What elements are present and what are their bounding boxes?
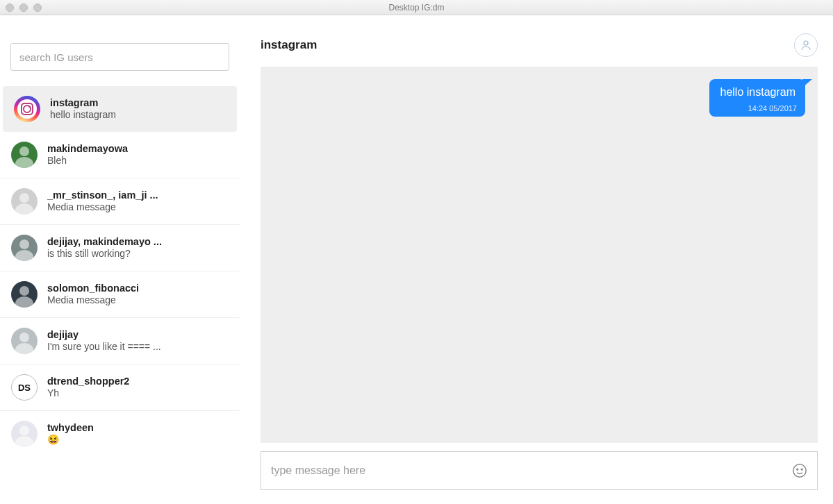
conversation-item[interactable]: dejijayI'm sure you like it ==== ... — [0, 317, 240, 364]
profile-button[interactable] — [794, 33, 818, 57]
svg-point-14 — [797, 469, 798, 470]
conversation-item[interactable]: DSdtrend_shopper2Yh — [0, 364, 240, 410]
svg-point-9 — [15, 343, 33, 354]
conversation-preview: I'm sure you like it ==== ... — [47, 341, 161, 353]
message-row: hello instagram14:24 05/2017 — [273, 79, 805, 117]
avatar — [11, 281, 38, 308]
svg-point-13 — [793, 464, 806, 477]
conversation-item[interactable]: dejijay, makindemayo ...is this still wo… — [0, 224, 240, 271]
conversation-name: twhydeen — [47, 421, 94, 434]
window-minimize-icon[interactable] — [19, 3, 28, 12]
window-title: Desktop IG:dm — [0, 3, 833, 12]
avatar — [11, 421, 38, 447]
conversation-item[interactable]: solomon_fibonacciMedia message — [0, 271, 240, 317]
conversation-preview: Yh — [47, 387, 129, 400]
search-input[interactable] — [10, 43, 229, 71]
chat-pane: instagram hello instagram14:24 05/2017 — [240, 15, 833, 504]
svg-point-10 — [19, 426, 29, 435]
conversation-preview: hello instagram — [50, 109, 116, 121]
svg-point-1 — [15, 157, 33, 168]
conversation-name: makindemayowa — [47, 142, 128, 155]
sidebar: instagramhello instagrammakindemayowaBle… — [0, 15, 240, 504]
emoji-button[interactable] — [792, 463, 807, 478]
window-titlebar: Desktop IG:dm — [0, 0, 833, 15]
conversation-name: dejijay, makindemayo ... — [47, 235, 162, 248]
avatar: DS — [11, 374, 38, 401]
conversation-item[interactable]: _mr_stinson_, iam_ji ...Media message — [0, 178, 240, 224]
user-icon — [800, 39, 812, 51]
conversation-preview: Bleh — [47, 155, 128, 167]
svg-point-11 — [15, 436, 33, 447]
svg-point-8 — [19, 333, 29, 342]
window-maximize-icon[interactable] — [33, 3, 42, 12]
message-time: 14:24 05/2017 — [748, 104, 797, 112]
composer — [261, 451, 818, 490]
avatar — [11, 328, 38, 354]
bubble-tail-icon — [802, 79, 812, 87]
conversation-name: solomon_fibonacci — [47, 282, 139, 294]
conversation-name: dejijay — [47, 328, 161, 341]
message-area[interactable]: hello instagram14:24 05/2017 — [261, 67, 818, 443]
conversation-name: dtrend_shopper2 — [47, 375, 129, 387]
conversation-name: _mr_stinson_, iam_ji ... — [47, 189, 158, 201]
avatar — [11, 235, 38, 261]
message-bubble: hello instagram14:24 05/2017 — [709, 79, 806, 117]
message-text: hello instagram — [720, 86, 796, 98]
conversation-list: instagramhello instagrammakindemayowaBle… — [0, 86, 240, 457]
conversation-item[interactable]: instagramhello instagram — [3, 86, 237, 132]
conversation-item[interactable]: twhydeen😆 — [0, 410, 240, 457]
svg-point-7 — [15, 296, 33, 308]
conversation-preview: Media message — [47, 201, 158, 214]
svg-point-5 — [15, 250, 33, 261]
conversation-name: instagram — [50, 96, 116, 109]
conversation-preview: Media message — [47, 294, 139, 307]
svg-point-0 — [19, 146, 29, 156]
avatar — [11, 188, 38, 215]
chat-title: instagram — [261, 38, 317, 52]
svg-point-15 — [801, 469, 802, 470]
svg-point-2 — [19, 193, 29, 203]
window-close-icon[interactable] — [6, 3, 14, 12]
instagram-icon — [21, 103, 33, 115]
svg-point-3 — [15, 203, 33, 215]
conversation-preview: is this still working? — [47, 248, 162, 260]
svg-point-12 — [804, 41, 808, 45]
avatar — [11, 142, 38, 168]
message-input[interactable] — [271, 464, 785, 477]
conversation-item[interactable]: makindemayowaBleh — [0, 132, 240, 178]
smiley-icon — [792, 463, 807, 478]
avatar — [14, 96, 40, 122]
svg-point-4 — [19, 240, 29, 249]
conversation-preview: 😆 — [47, 434, 94, 446]
svg-point-6 — [19, 286, 29, 296]
